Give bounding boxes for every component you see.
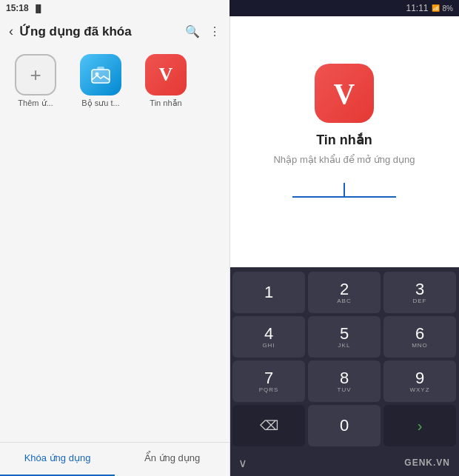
- svg-rect-3: [97, 67, 104, 70]
- numpad-row-4: ⌫ 0 ›: [232, 405, 456, 446]
- numpad-row-1: 1 2 ABC 3 DEF: [232, 272, 456, 313]
- bottom-tabs: Khóa ứng dụng Ẩn ứng dụng: [0, 442, 230, 476]
- back-arrow-icon[interactable]: ‹: [9, 24, 13, 39]
- key-8[interactable]: 8 TUV: [308, 361, 381, 402]
- chevron-down-icon[interactable]: ∨: [238, 456, 247, 470]
- tab-khoa-ung-dung[interactable]: Khóa ứng dụng: [0, 443, 115, 476]
- genk-logo: GENK.VN: [404, 457, 450, 468]
- key-1[interactable]: 1: [232, 272, 305, 313]
- numpad: 1 2 ABC 3 DEF 4 GHI 5: [230, 267, 459, 449]
- tin-nhan-app-item[interactable]: V Tin nhắn: [139, 54, 192, 108]
- gallery-app-item[interactable]: Bộ sưu t...: [74, 54, 127, 108]
- left-panel-title: Ứng dụng đã khóa: [19, 24, 179, 39]
- key-2[interactable]: 2 ABC: [308, 272, 381, 313]
- numpad-row-2: 4 GHI 5 JKL 6 MNO: [232, 316, 456, 358]
- right-top-section: V Tin nhắn Nhập mật khẩu để mở ứng dụng: [273, 16, 415, 267]
- v-logo: V: [334, 76, 355, 111]
- right-status-icons: 11:11 📶 8%: [406, 3, 453, 13]
- status-bar-right: 11:11 📶 8%: [230, 0, 459, 16]
- right-bottom-bar: ∨ GENK.VN: [230, 449, 459, 476]
- status-bar-left: 15:18 ▐▌: [0, 0, 230, 16]
- add-app-label: Thêm ứ...: [18, 98, 53, 108]
- key-enter[interactable]: ›: [383, 405, 456, 446]
- tin-nhan-small-icon: V: [145, 54, 187, 95]
- app-name-large: Tin nhắn: [316, 132, 372, 148]
- more-icon[interactable]: ⋮: [209, 24, 221, 38]
- panel-divider: [230, 16, 230, 476]
- key-5[interactable]: 5 JKL: [308, 316, 381, 358]
- apps-row: + Thêm ứ... Bộ sưu t...: [0, 47, 230, 115]
- search-icon[interactable]: 🔍: [185, 24, 200, 38]
- right-panel: V Tin nhắn Nhập mật khẩu để mở ứng dụng …: [230, 16, 459, 476]
- key-7[interactable]: 7 PQRS: [232, 361, 305, 402]
- tin-nhan-app-label: Tin nhắn: [150, 98, 181, 108]
- add-app-icon: +: [15, 54, 56, 95]
- time-right: 11:11: [406, 3, 429, 13]
- key-backspace[interactable]: ⌫: [232, 405, 305, 446]
- key-6[interactable]: 6 MNO: [383, 316, 456, 358]
- gallery-app-label: Bộ sưu t...: [81, 98, 119, 108]
- key-0[interactable]: 0: [308, 405, 381, 446]
- key-9[interactable]: 9 WXYZ: [383, 361, 456, 402]
- add-app-item[interactable]: + Thêm ứ...: [9, 54, 62, 108]
- enter-arrow-icon: ›: [418, 418, 423, 435]
- svg-rect-0: [92, 70, 110, 83]
- header-action-icons: 🔍 ⋮: [185, 24, 221, 38]
- left-panel: ‹ Ứng dụng đã khóa 🔍 ⋮ + Thêm ứ...: [0, 16, 230, 476]
- tab-an-ung-dung[interactable]: Ẩn ứng dụng: [115, 443, 230, 476]
- numpad-row-3: 7 PQRS 8 TUV 9 WXYZ: [232, 361, 456, 402]
- gallery-app-icon: [80, 54, 121, 95]
- signal-icon-right: 📶: [432, 4, 440, 12]
- signal-icon-left: ▐▌: [33, 4, 44, 13]
- unlock-hint-text: Nhập mật khẩu để mở ứng dụng: [273, 154, 415, 165]
- tin-nhan-large-icon: V: [315, 64, 374, 123]
- battery-right: 8%: [443, 4, 453, 13]
- key-3[interactable]: 3 DEF: [383, 272, 456, 313]
- time-left: 15:18: [6, 3, 29, 13]
- left-header: ‹ Ứng dụng đã khóa 🔍 ⋮: [0, 16, 230, 47]
- key-4[interactable]: 4 GHI: [232, 316, 305, 358]
- cursor-blink: [344, 183, 345, 196]
- backspace-icon: ⌫: [260, 418, 278, 434]
- password-input[interactable]: [292, 180, 396, 198]
